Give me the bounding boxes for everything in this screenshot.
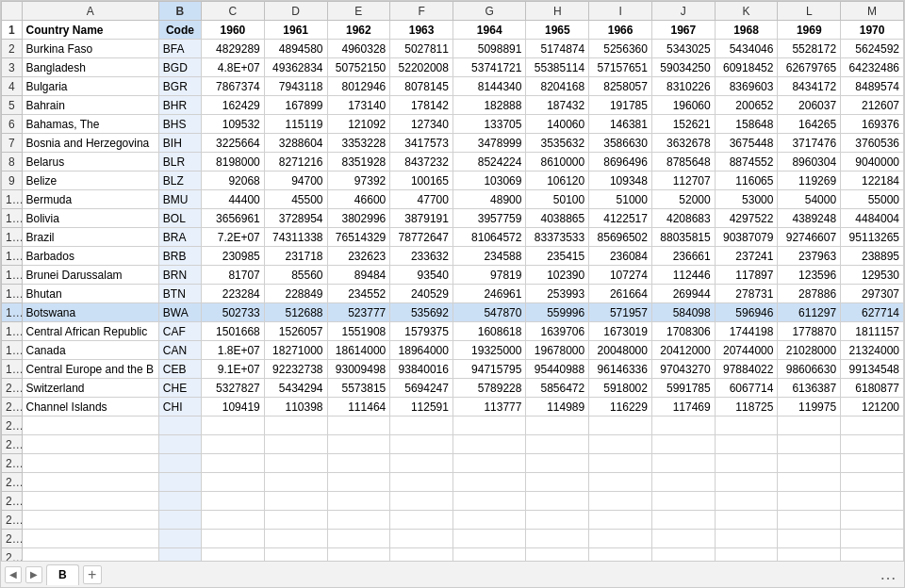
data-cell[interactable] bbox=[589, 435, 652, 454]
data-cell[interactable]: 119269 bbox=[778, 172, 841, 190]
data-cell[interactable]: 173140 bbox=[327, 96, 390, 115]
data-cell[interactable]: 167899 bbox=[264, 96, 327, 115]
data-cell[interactable] bbox=[390, 454, 453, 473]
data-cell[interactable]: 236661 bbox=[651, 247, 715, 266]
data-cell[interactable]: BGD bbox=[158, 58, 201, 77]
data-cell[interactable]: 20744000 bbox=[715, 341, 778, 360]
data-cell[interactable]: 53000 bbox=[715, 190, 778, 209]
data-cell[interactable]: 89484 bbox=[327, 266, 390, 285]
data-cell[interactable]: 261664 bbox=[589, 285, 652, 303]
data-cell[interactable] bbox=[202, 416, 265, 435]
data-cell[interactable]: 95113265 bbox=[841, 228, 904, 247]
data-cell[interactable] bbox=[452, 548, 526, 562]
data-cell[interactable] bbox=[452, 473, 526, 492]
data-cell[interactable] bbox=[778, 530, 841, 548]
data-cell[interactable]: 18271000 bbox=[264, 341, 327, 360]
data-cell[interactable]: 51000 bbox=[589, 190, 652, 209]
data-cell[interactable]: 234552 bbox=[327, 285, 390, 303]
data-cell[interactable]: 121092 bbox=[327, 115, 390, 134]
data-cell[interactable]: 5174874 bbox=[526, 40, 589, 58]
data-cell[interactable]: 55000 bbox=[841, 190, 904, 209]
data-cell[interactable]: 158648 bbox=[715, 115, 778, 134]
data-cell[interactable]: 535692 bbox=[390, 303, 453, 322]
data-cell[interactable]: 3957759 bbox=[452, 209, 526, 228]
data-cell[interactable]: 49362834 bbox=[264, 58, 327, 77]
data-cell[interactable]: 3353228 bbox=[327, 134, 390, 153]
data-cell[interactable]: 5343025 bbox=[651, 40, 715, 58]
data-cell[interactable]: 8434172 bbox=[778, 77, 841, 96]
data-cell[interactable]: 4038865 bbox=[526, 209, 589, 228]
data-cell[interactable]: 6136387 bbox=[778, 379, 841, 398]
data-cell[interactable] bbox=[651, 473, 715, 492]
data-cell[interactable]: 117469 bbox=[651, 398, 715, 416]
data-cell[interactable] bbox=[22, 548, 158, 562]
data-cell[interactable]: 7943118 bbox=[264, 77, 327, 96]
data-cell[interactable]: 21324000 bbox=[841, 341, 904, 360]
data-cell[interactable]: Switzerland bbox=[22, 379, 158, 398]
data-cell[interactable] bbox=[22, 454, 158, 473]
data-cell[interactable]: 4484004 bbox=[841, 209, 904, 228]
data-cell[interactable]: 212607 bbox=[841, 96, 904, 115]
data-cell[interactable]: 60918452 bbox=[715, 58, 778, 77]
col-header-K[interactable]: K bbox=[715, 2, 778, 21]
data-cell[interactable]: 117897 bbox=[715, 266, 778, 285]
data-cell[interactable]: 237963 bbox=[778, 247, 841, 266]
data-cell[interactable] bbox=[264, 492, 327, 511]
data-cell[interactable]: 5528172 bbox=[778, 40, 841, 58]
data-cell[interactable]: 596946 bbox=[715, 303, 778, 322]
data-cell[interactable]: 5573815 bbox=[327, 379, 390, 398]
data-cell[interactable]: 5789228 bbox=[452, 379, 526, 398]
data-cell[interactable] bbox=[264, 530, 327, 548]
data-cell[interactable] bbox=[651, 492, 715, 511]
data-cell[interactable]: CEB bbox=[158, 360, 201, 379]
data-cell[interactable] bbox=[390, 511, 453, 530]
data-cell[interactable]: 5694247 bbox=[390, 379, 453, 398]
data-cell[interactable] bbox=[778, 473, 841, 492]
data-cell[interactable]: 236084 bbox=[589, 247, 652, 266]
data-cell[interactable] bbox=[202, 511, 265, 530]
data-cell[interactable]: 100165 bbox=[390, 172, 453, 190]
data-cell[interactable]: 81064572 bbox=[452, 228, 526, 247]
header-cell-11[interactable]: 1969 bbox=[778, 21, 841, 40]
data-cell[interactable] bbox=[589, 473, 652, 492]
data-cell[interactable]: 112707 bbox=[651, 172, 715, 190]
data-cell[interactable]: BFA bbox=[158, 40, 201, 58]
data-cell[interactable]: Channel Islands bbox=[22, 398, 158, 416]
data-cell[interactable]: 3879191 bbox=[390, 209, 453, 228]
data-cell[interactable]: 18964000 bbox=[390, 341, 453, 360]
data-cell[interactable]: 47700 bbox=[390, 190, 453, 209]
data-cell[interactable]: Bangladesh bbox=[22, 58, 158, 77]
data-cell[interactable]: 103069 bbox=[452, 172, 526, 190]
data-cell[interactable] bbox=[264, 511, 327, 530]
data-cell[interactable] bbox=[264, 454, 327, 473]
data-cell[interactable]: 116065 bbox=[715, 172, 778, 190]
data-cell[interactable] bbox=[22, 530, 158, 548]
header-cell-6[interactable]: 1964 bbox=[452, 21, 526, 40]
data-cell[interactable]: 187432 bbox=[526, 96, 589, 115]
data-cell[interactable] bbox=[715, 530, 778, 548]
data-cell[interactable]: 278731 bbox=[715, 285, 778, 303]
data-cell[interactable]: 5624592 bbox=[841, 40, 904, 58]
data-cell[interactable]: 5856472 bbox=[526, 379, 589, 398]
data-cell[interactable]: 119975 bbox=[778, 398, 841, 416]
data-cell[interactable]: 6180877 bbox=[841, 379, 904, 398]
data-cell[interactable]: CAN bbox=[158, 341, 201, 360]
data-cell[interactable]: 94700 bbox=[264, 172, 327, 190]
data-cell[interactable]: 8204168 bbox=[526, 77, 589, 96]
data-cell[interactable]: 85560 bbox=[264, 266, 327, 285]
data-cell[interactable]: BOL bbox=[158, 209, 201, 228]
data-cell[interactable]: 57157651 bbox=[589, 58, 652, 77]
data-cell[interactable]: 1811157 bbox=[841, 322, 904, 341]
data-cell[interactable]: Bermuda bbox=[22, 190, 158, 209]
data-cell[interactable]: 123596 bbox=[778, 266, 841, 285]
data-cell[interactable] bbox=[158, 548, 201, 562]
data-cell[interactable]: 133705 bbox=[452, 115, 526, 134]
data-cell[interactable]: 96146336 bbox=[589, 360, 652, 379]
data-cell[interactable]: BGR bbox=[158, 77, 201, 96]
data-cell[interactable] bbox=[202, 454, 265, 473]
data-cell[interactable] bbox=[158, 530, 201, 548]
data-cell[interactable] bbox=[589, 511, 652, 530]
data-cell[interactable]: 246961 bbox=[452, 285, 526, 303]
data-cell[interactable]: Bahamas, The bbox=[22, 115, 158, 134]
col-header-J[interactable]: J bbox=[651, 2, 715, 21]
